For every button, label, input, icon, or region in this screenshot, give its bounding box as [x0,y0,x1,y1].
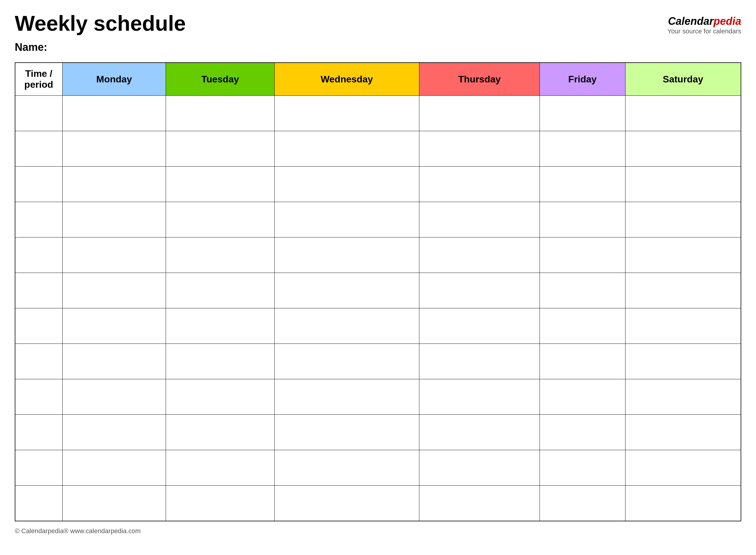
table-row [15,415,741,450]
page-header: Weekly schedule Calendarpedia Your sourc… [15,12,741,35]
name-label: Name: [15,41,741,53]
cell-row10-monday[interactable] [62,450,166,485]
cell-row6-friday[interactable] [540,308,625,344]
cell-row9-thursday[interactable] [419,415,539,450]
cell-row2-time[interactable] [15,167,62,202]
logo-pedia: pedia [713,15,741,27]
cell-row9-monday[interactable] [62,415,166,450]
cell-row5-wednesday[interactable] [274,273,419,308]
cell-row2-saturday[interactable] [625,167,741,202]
cell-row3-tuesday[interactable] [166,202,274,238]
cell-row10-tuesday[interactable] [166,450,274,485]
cell-row5-time[interactable] [15,273,62,308]
cell-row9-tuesday[interactable] [166,415,274,450]
cell-row8-tuesday[interactable] [166,379,274,415]
cell-row4-thursday[interactable] [419,238,539,273]
cell-row5-tuesday[interactable] [166,273,274,308]
cell-row8-monday[interactable] [62,379,166,415]
cell-row4-saturday[interactable] [625,238,741,273]
cell-row0-tuesday[interactable] [166,96,274,131]
cell-row9-friday[interactable] [540,415,625,450]
table-row [15,202,741,238]
cell-row2-monday[interactable] [62,167,166,202]
cell-row11-friday[interactable] [540,485,625,521]
cell-row7-wednesday[interactable] [274,344,419,379]
cell-row11-thursday[interactable] [419,485,539,521]
cell-row0-wednesday[interactable] [274,96,419,131]
cell-row6-wednesday[interactable] [274,308,419,344]
cell-row1-wednesday[interactable] [274,131,419,167]
cell-row0-saturday[interactable] [625,96,741,131]
cell-row11-time[interactable] [15,485,62,521]
cell-row7-thursday[interactable] [419,344,539,379]
cell-row4-friday[interactable] [540,238,625,273]
cell-row0-thursday[interactable] [419,96,539,131]
col-header-friday: Friday [540,62,625,96]
cell-row5-monday[interactable] [62,273,166,308]
cell-row5-thursday[interactable] [419,273,539,308]
cell-row3-friday[interactable] [540,202,625,238]
cell-row5-saturday[interactable] [625,273,741,308]
table-body [15,96,741,521]
table-row [15,379,741,415]
cell-row1-monday[interactable] [62,131,166,167]
logo-calendar: Calendar [668,15,713,27]
cell-row2-friday[interactable] [540,167,625,202]
cell-row2-wednesday[interactable] [274,167,419,202]
cell-row11-monday[interactable] [62,485,166,521]
cell-row11-saturday[interactable] [625,485,741,521]
cell-row6-monday[interactable] [62,308,166,344]
cell-row1-friday[interactable] [540,131,625,167]
cell-row6-time[interactable] [15,308,62,344]
cell-row8-wednesday[interactable] [274,379,419,415]
cell-row10-thursday[interactable] [419,450,539,485]
cell-row8-time[interactable] [15,379,62,415]
cell-row2-tuesday[interactable] [166,167,274,202]
cell-row4-wednesday[interactable] [274,238,419,273]
cell-row4-tuesday[interactable] [166,238,274,273]
cell-row7-friday[interactable] [540,344,625,379]
cell-row3-saturday[interactable] [625,202,741,238]
cell-row1-saturday[interactable] [625,131,741,167]
cell-row7-monday[interactable] [62,344,166,379]
cell-row3-monday[interactable] [62,202,166,238]
cell-row9-wednesday[interactable] [274,415,419,450]
footer-text: © Calendarpedia® www.calendarpedia.com [15,527,141,535]
cell-row0-friday[interactable] [540,96,625,131]
footer: © Calendarpedia® www.calendarpedia.com [15,527,741,535]
table-row [15,273,741,308]
cell-row10-friday[interactable] [540,450,625,485]
cell-row9-saturday[interactable] [625,415,741,450]
cell-row11-tuesday[interactable] [166,485,274,521]
cell-row10-time[interactable] [15,450,62,485]
table-row [15,308,741,344]
cell-row0-monday[interactable] [62,96,166,131]
cell-row6-saturday[interactable] [625,308,741,344]
cell-row3-time[interactable] [15,202,62,238]
cell-row8-friday[interactable] [540,379,625,415]
cell-row2-thursday[interactable] [419,167,539,202]
cell-row10-wednesday[interactable] [274,450,419,485]
cell-row3-thursday[interactable] [419,202,539,238]
cell-row1-tuesday[interactable] [166,131,274,167]
cell-row8-saturday[interactable] [625,379,741,415]
cell-row1-thursday[interactable] [419,131,539,167]
cell-row9-time[interactable] [15,415,62,450]
cell-row4-monday[interactable] [62,238,166,273]
cell-row6-tuesday[interactable] [166,308,274,344]
cell-row6-thursday[interactable] [419,308,539,344]
cell-row7-tuesday[interactable] [166,344,274,379]
cell-row4-time[interactable] [15,238,62,273]
cell-row1-time[interactable] [15,131,62,167]
cell-row10-saturday[interactable] [625,450,741,485]
cell-row3-wednesday[interactable] [274,202,419,238]
col-header-thursday: Thursday [419,62,539,96]
cell-row8-thursday[interactable] [419,379,539,415]
cell-row11-wednesday[interactable] [274,485,419,521]
cell-row0-time[interactable] [15,96,62,131]
col-header-time: Time / period [15,62,62,96]
col-header-saturday: Saturday [625,62,741,96]
cell-row7-time[interactable] [15,344,62,379]
cell-row5-friday[interactable] [540,273,625,308]
cell-row7-saturday[interactable] [625,344,741,379]
